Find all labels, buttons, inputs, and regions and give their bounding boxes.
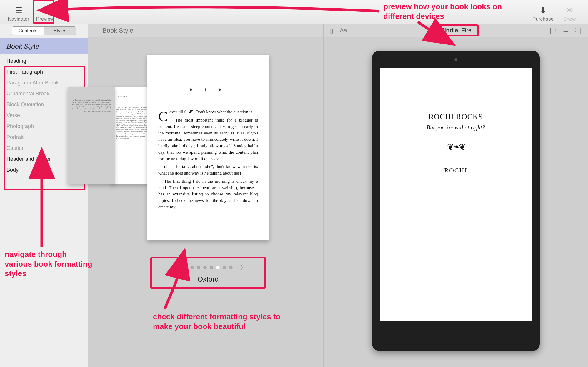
style-name: Oxford <box>197 275 219 283</box>
style-item-heading[interactable]: Heading <box>0 56 88 67</box>
chapter-marker: ❦ 1 ❦ <box>158 87 258 93</box>
device-pane: ▯ Aa Kindle: Fire |〈 ☰ 〉| ROCHI ROCKS Bu… <box>324 24 588 367</box>
sidebar: Contents Styles Book Style Heading First… <box>0 24 88 367</box>
top-toolbar: ☰ Navigator ▯ Preview ⬇ Purchase 👁 Show <box>0 0 588 24</box>
para-1: Cover till 0: 45. Don't know what the qu… <box>158 109 258 115</box>
ornament-icon: ❦❧❦ <box>447 142 465 152</box>
font-size-icon[interactable]: Aa <box>340 27 347 34</box>
para-4: The first thing I do in the morning is c… <box>158 178 258 210</box>
center-pane: Book Style CHAPTER 1 Cover till 0: 45. D… <box>88 24 324 367</box>
tablet-icon: ▯ <box>43 6 47 15</box>
para-3: (Then he taIks about "she", don't know w… <box>158 164 258 177</box>
device-toolbar: ▯ Aa Kindle: Fire |〈 ☰ 〉| <box>324 24 588 37</box>
bg-right-text: at the question is. blogger is content. … <box>72 99 111 112</box>
style-prev-button[interactable]: 〈 <box>167 263 179 273</box>
para-2: The most important thing for a blogger i… <box>158 117 258 162</box>
device-frame: ROCHI ROCKS But you know that right? ❦❧❦… <box>372 51 540 351</box>
download-icon: ⬇ <box>540 6 547 15</box>
center-title: Book Style <box>88 24 323 37</box>
style-item-first-paragraph[interactable]: First Paragraph <box>0 67 88 77</box>
last-page-button[interactable]: 〉| <box>574 26 582 34</box>
navigator-label: Navigator <box>8 16 29 22</box>
page-nav: |〈 ☰ 〉| <box>550 26 582 34</box>
style-next-button[interactable]: 〉 <box>238 263 249 273</box>
style-item-paragraph-after-break[interactable]: Paragraph After Break <box>0 77 88 88</box>
preview-stage: CHAPTER 1 Cover till 0: 45. Don't know w… <box>88 37 323 367</box>
first-page-button[interactable]: |〈 <box>550 26 557 34</box>
purchase-button[interactable]: ⬇ Purchase <box>530 1 556 22</box>
book-title: ROCHI ROCKS <box>429 112 483 121</box>
background-page-right: at the question is. blogger is content. … <box>68 87 115 184</box>
style-dots[interactable] <box>184 266 233 269</box>
tab-styles[interactable]: Styles <box>44 27 76 35</box>
preview-label: Preview <box>36 16 54 22</box>
device-size-icon[interactable]: ▯ <box>330 27 333 34</box>
book-subtitle: But you know that right? <box>427 124 485 131</box>
book-author: ROCHI <box>444 167 467 174</box>
sidebar-tabs: Contents Styles <box>12 26 76 35</box>
eye-icon: 👁 <box>565 6 574 15</box>
device-screen[interactable]: ROCHI ROCKS But you know that right? ❦❧❦… <box>380 68 532 321</box>
tab-contents[interactable]: Contents <box>12 27 44 35</box>
show-button[interactable]: 👁 Show <box>556 1 583 22</box>
sidebar-heading[interactable]: Book Style <box>0 38 88 54</box>
device-selector[interactable]: Kindle: Fire <box>433 24 479 36</box>
purchase-label: Purchase <box>532 16 554 22</box>
show-label: Show <box>563 16 576 22</box>
preview-button[interactable]: ▯ Preview <box>32 1 58 22</box>
device-brand: Kindle <box>440 27 458 34</box>
navigator-button[interactable]: ☰ Navigator <box>5 1 32 22</box>
device-model: : Fire <box>458 27 472 34</box>
toc-icon[interactable]: ☰ <box>563 26 568 34</box>
style-selector: 〈 〉 Oxford <box>150 257 266 289</box>
foreground-page[interactable]: ❦ 1 ❦ Cover till 0: 45. Don't know what … <box>147 55 269 240</box>
hamburger-icon: ☰ <box>15 6 22 15</box>
